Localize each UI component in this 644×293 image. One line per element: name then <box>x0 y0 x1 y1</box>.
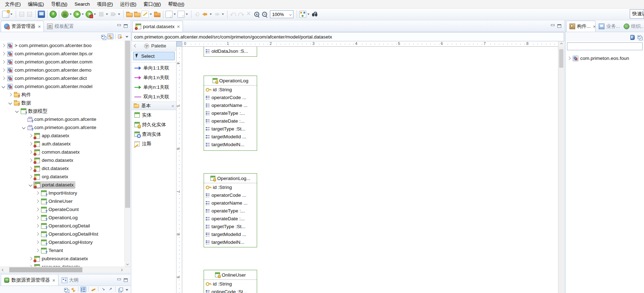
tree-item[interactable]: org.datasetx <box>33 174 69 180</box>
connection-mode-icon[interactable] <box>100 287 106 292</box>
menu-item[interactable]: 运行(R) <box>117 0 140 8</box>
scroll-down-button[interactable] <box>124 261 131 267</box>
tree-item[interactable]: app.datasetx <box>33 133 70 139</box>
stop-dropdown-arrow[interactable] <box>106 14 108 15</box>
scroll-right-button[interactable] <box>118 267 124 273</box>
tree-row[interactable]: portal.datasetx <box>0 181 124 189</box>
components-search-input[interactable] <box>567 42 643 50</box>
debug-dropdown-arrow[interactable] <box>70 14 72 15</box>
zoom-combo[interactable]: 100% <box>270 10 293 18</box>
layout-dropdown-arrow[interactable] <box>307 14 310 15</box>
forward-dropdown-arrow[interactable] <box>222 14 224 15</box>
tree-item[interactable]: demo.datasetx <box>33 157 75 164</box>
tree-expander[interactable] <box>2 44 5 47</box>
entity-attribute-row[interactable]: id :String <box>204 280 257 288</box>
tree-item[interactable]: com.primeton.eos.foun <box>572 55 630 62</box>
tree-expander[interactable] <box>9 101 12 105</box>
tree-row[interactable]: 数据 <box>0 99 124 107</box>
tree-expander[interactable] <box>36 224 39 228</box>
collapse-all-icon[interactable] <box>637 34 643 40</box>
maximize-button[interactable] <box>124 24 128 28</box>
entity-attribute-row[interactable]: Data <box>204 55 257 57</box>
tree-expander[interactable] <box>36 249 39 252</box>
relaunch-icon[interactable] <box>110 11 117 18</box>
tree-row[interactable]: app.datasetx <box>0 132 124 140</box>
zoom-in-icon[interactable] <box>253 11 260 18</box>
entity-attribute-row[interactable]: id :String <box>204 86 257 93</box>
explorer-vertical-scrollbar[interactable] <box>124 41 131 267</box>
entity-header[interactable]: OnlineUser <box>204 270 257 280</box>
tab-org[interactable]: 组织.. <box>620 21 644 32</box>
next-annotation-icon[interactable] <box>165 11 173 18</box>
tree-row[interactable]: com.primeton.gocom.afcenter.bps.or <box>0 50 124 58</box>
copy-view-icon[interactable] <box>117 287 123 292</box>
tab-portal-datasetx[interactable]: portal.datasetx× <box>132 21 183 32</box>
tree-item[interactable]: OperationLogHistory <box>40 239 94 246</box>
tree-expander[interactable] <box>9 93 12 97</box>
tree-item[interactable]: com.primeton.gocom.afcenter.demo <box>6 67 92 73</box>
tree-expander[interactable] <box>22 126 26 129</box>
tree-item[interactable]: 数据模型 <box>20 108 48 115</box>
tree-item[interactable]: resource.datasetx <box>33 264 81 267</box>
tree-expander[interactable] <box>29 167 32 170</box>
tree-row[interactable]: OperationLogDetailHist <box>0 230 124 238</box>
tool-rel-bi-1-n[interactable]: 双向1:n关联 <box>132 92 176 102</box>
scroll-thumb[interactable] <box>9 267 82 272</box>
tree-item[interactable]: com.primeton.gocom.afcenter.dict <box>6 75 88 82</box>
tree-expander[interactable] <box>36 191 39 195</box>
tree-item[interactable]: com.primeton.gocom.afcenter.model <box>6 83 93 90</box>
scroll-left-button[interactable] <box>0 267 6 273</box>
menu-item[interactable]: 帮助(H) <box>164 0 188 8</box>
tree-item[interactable]: com.primeton.gocom.afcenter.comm <box>6 59 93 65</box>
delete-icon[interactable] <box>245 11 252 18</box>
entity-attribute-row[interactable]: targetType :St... <box>204 125 257 133</box>
tree-expander[interactable] <box>36 216 39 220</box>
tree-item[interactable]: com.primeton.gocom.afcente <box>26 124 97 130</box>
tree-row[interactable]: 数据模型 <box>0 107 124 115</box>
entity-attribute-row[interactable]: operatorName ... <box>204 199 257 207</box>
annotate-icon[interactable] <box>142 11 149 18</box>
collapse-all-icon[interactable] <box>100 34 106 39</box>
tree-item[interactable]: dict.datasetx <box>33 165 70 172</box>
next-annotation-dropdown-arrow[interactable] <box>174 14 176 15</box>
tree-row[interactable]: OperationLogDetail <box>0 222 124 230</box>
prev-annotation-icon[interactable] <box>178 11 185 18</box>
tree-expander[interactable] <box>2 77 5 80</box>
tree-item[interactable]: auth.datasetx <box>33 141 72 147</box>
close-icon[interactable]: × <box>177 24 180 29</box>
run-icon[interactable] <box>73 11 81 18</box>
scroll-up-button[interactable] <box>558 41 564 47</box>
tree-row[interactable]: OnlineUser <box>0 197 124 205</box>
entity-operationlog[interactable]: OperationLogid :StringoperatorCode ...op… <box>204 76 257 151</box>
close-icon[interactable]: × <box>593 24 596 29</box>
entity-header[interactable]: OperationLog <box>204 76 257 86</box>
redo-icon[interactable] <box>237 11 245 18</box>
collapse-all-icon[interactable] <box>63 287 69 292</box>
tree-row[interactable]: demo.datasetx <box>0 156 124 164</box>
layout-icon[interactable] <box>299 11 306 18</box>
tree-expander[interactable] <box>2 85 5 88</box>
tool-query-entity[interactable]: 查询实体 <box>132 129 176 139</box>
menu-item[interactable]: Search <box>71 0 93 8</box>
tree-row[interactable]: org.datasetx <box>0 173 124 181</box>
quick-access-box[interactable]: 快速访 <box>630 9 644 19</box>
tree-expander[interactable] <box>36 200 39 203</box>
entity-onlineuser[interactable]: OnlineUserid :StringonlineCode :St... <box>204 270 257 293</box>
entity-attribute-row[interactable]: targetModelN... <box>204 140 257 148</box>
back-icon[interactable] <box>201 11 209 18</box>
tab-business[interactable]: 业务... <box>596 21 620 32</box>
entity-attribute-row[interactable]: targetModelId ... <box>204 230 257 238</box>
tree-expander[interactable] <box>2 52 5 56</box>
tab-resource-explorer[interactable]: 资源管理器× <box>1 21 44 32</box>
tree-expander[interactable] <box>567 57 571 60</box>
tree-row[interactable]: OperationLog <box>0 214 124 222</box>
menu-item[interactable]: 窗口(W) <box>140 0 165 8</box>
zoom-out-icon[interactable] <box>261 11 268 18</box>
entity-attribute-row[interactable]: operatorCode ... <box>204 93 257 101</box>
forward-icon[interactable] <box>214 11 221 18</box>
tree-row[interactable]: resource.datasetx <box>0 263 124 267</box>
tree-expander[interactable] <box>36 208 39 211</box>
tree-item[interactable]: com.primeton.gocom.afcente <box>26 116 97 122</box>
tool-select[interactable]: Select <box>133 52 175 60</box>
tree-item[interactable]: OperationLog <box>40 215 79 221</box>
